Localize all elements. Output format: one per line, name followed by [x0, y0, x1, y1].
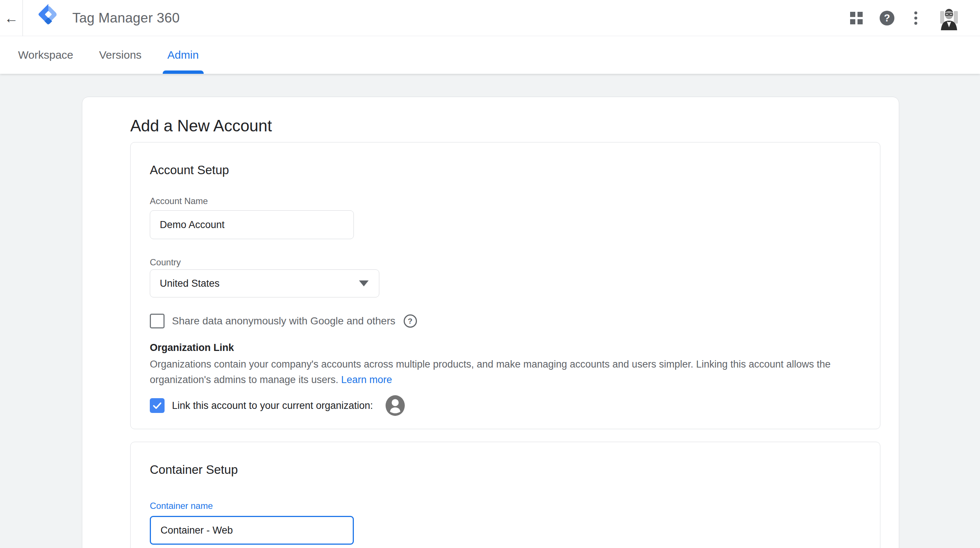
add-account-card: Add a New Account Account Setup Account … — [82, 97, 899, 548]
container-name-input[interactable] — [150, 516, 354, 545]
user-avatar[interactable] — [937, 6, 961, 30]
share-data-row: Share data anonymously with Google and o… — [150, 314, 861, 328]
account-setup-section: Account Setup Account Name Country Unite… — [130, 142, 880, 429]
link-organization-row: Link this account to your current organi… — [150, 395, 861, 416]
container-name-label: Container name — [150, 500, 861, 511]
account-name-input[interactable] — [150, 210, 354, 239]
tab-admin-label: Admin — [167, 49, 199, 61]
country-label: Country — [150, 257, 861, 268]
grid-square — [850, 19, 855, 24]
account-name-label: Account Name — [150, 196, 861, 207]
dot — [914, 17, 917, 19]
chevron-down-icon — [359, 280, 369, 286]
checkmark-icon — [152, 400, 163, 411]
more-options-icon[interactable] — [912, 10, 920, 26]
country-selected-value: United States — [160, 278, 220, 289]
header-actions: ? — [850, 0, 980, 36]
grid-square — [858, 19, 863, 24]
apps-grid-icon[interactable] — [850, 12, 863, 24]
app-header: ← Tag Manager 360 ? — [0, 0, 980, 36]
dot — [914, 11, 917, 14]
grid-square — [858, 12, 863, 17]
country-select[interactable]: United States — [150, 269, 379, 298]
active-tab-indicator — [163, 70, 204, 74]
page-title: Add a New Account — [130, 116, 880, 136]
organization-link-heading: Organization Link — [150, 342, 861, 354]
tab-admin[interactable]: Admin — [154, 36, 212, 74]
app-title: Tag Manager 360 — [72, 0, 180, 36]
workspace-tab-bar: Workspace Versions Admin — [0, 36, 980, 74]
help-icon[interactable]: ? — [880, 11, 894, 25]
tab-versions[interactable]: Versions — [86, 36, 154, 74]
tag-manager-logo-icon — [36, 2, 60, 27]
share-data-checkbox[interactable] — [150, 314, 165, 328]
link-organization-label: Link this account to your current organi… — [172, 400, 373, 411]
organization-description-text: Organizations contain your company's acc… — [150, 359, 830, 385]
share-data-help-icon[interactable]: ? — [404, 314, 417, 328]
organization-link-description: Organizations contain your company's acc… — [150, 357, 858, 387]
account-setup-title: Account Setup — [150, 162, 861, 178]
share-data-label: Share data anonymously with Google and o… — [172, 315, 396, 327]
container-setup-title: Container Setup — [150, 462, 861, 478]
back-arrow-icon: ← — [5, 11, 18, 25]
container-setup-section: Container Setup Container name — [130, 442, 880, 548]
tab-workspace[interactable]: Workspace — [5, 36, 86, 74]
main-content: Add a New Account Account Setup Account … — [0, 97, 980, 548]
link-organization-checkbox[interactable] — [150, 398, 165, 413]
learn-more-link[interactable]: Learn more — [341, 374, 392, 385]
organization-avatar-icon — [385, 395, 406, 416]
back-button[interactable]: ← — [0, 0, 23, 36]
dot — [914, 22, 917, 25]
grid-square — [850, 12, 855, 17]
